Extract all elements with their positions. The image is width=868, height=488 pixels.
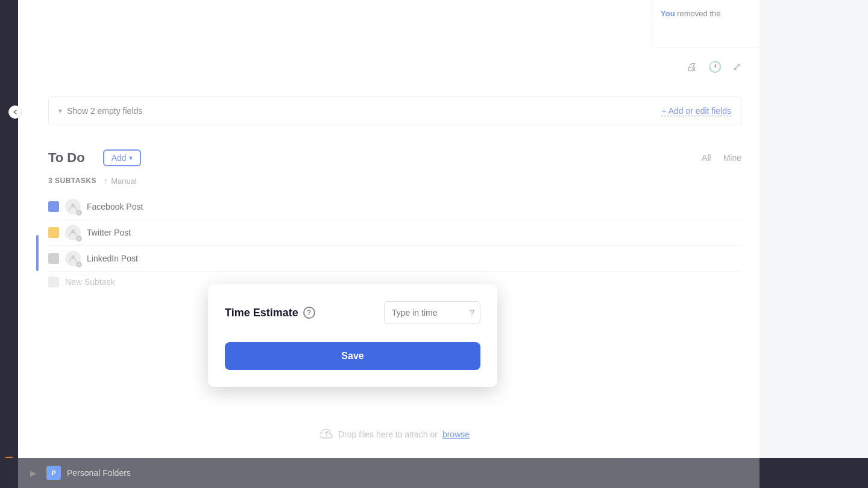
save-button[interactable]: Save	[225, 342, 480, 370]
time-estimate-input[interactable]	[384, 301, 480, 324]
title-help-icon[interactable]: ?	[303, 307, 315, 319]
modal-title: Time Estimate	[225, 307, 298, 319]
time-estimate-modal: Time Estimate ? ? Save	[208, 284, 497, 387]
input-help-icon[interactable]: ?	[470, 308, 474, 318]
sidebar: D	[0, 0, 18, 488]
modal-overlay	[18, 0, 760, 488]
